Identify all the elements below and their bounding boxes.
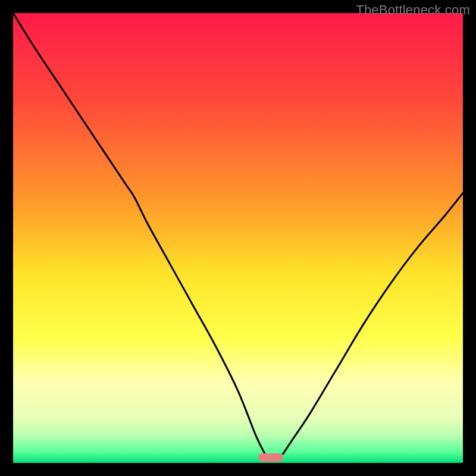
bottleneck-chart bbox=[13, 13, 463, 463]
watermark-text: TheBottleneck.com bbox=[356, 2, 470, 18]
plot-area bbox=[13, 13, 463, 463]
chart-frame: TheBottleneck.com bbox=[0, 0, 476, 476]
optimal-marker bbox=[258, 453, 283, 462]
gradient-background bbox=[13, 13, 463, 463]
